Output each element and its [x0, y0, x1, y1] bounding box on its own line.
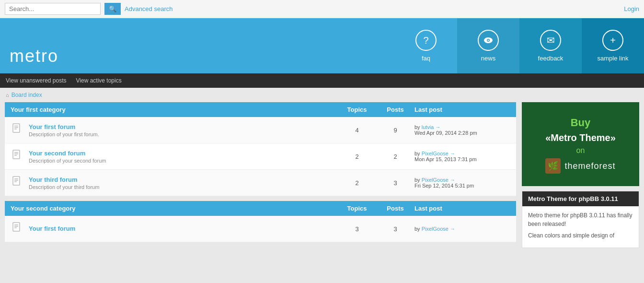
- forum-3-name-link[interactable]: Your third forum: [29, 176, 78, 183]
- advanced-search-link[interactable]: Advanced search: [125, 5, 172, 12]
- svg-rect-3: [13, 124, 20, 132]
- sidebar: Buy «Metro Theme» on 🌿 themeforest Metro…: [522, 102, 639, 248]
- svg-rect-9: [14, 153, 18, 154]
- svg-rect-17: [14, 226, 18, 227]
- forum-3-lastpost: by PixelGoose → Fri Sep 12, 2014 5:31 pm: [414, 177, 510, 189]
- svg-rect-16: [14, 224, 18, 225]
- forum-2-lastpost-date: Mon Apr 15, 2013 7:31 pm: [414, 156, 477, 162]
- category-2-posts-col: Posts: [376, 205, 414, 212]
- svg-rect-13: [14, 180, 18, 181]
- active-topics-link[interactable]: View active topics: [76, 77, 122, 84]
- sidebar-news-title: Metro Theme for phpBB 3.0.11: [522, 191, 639, 206]
- category-2-header: Your second category Topics Posts Last p…: [5, 201, 516, 216]
- cat2-forum-1-info: Your first forum: [29, 225, 338, 233]
- board-index-link[interactable]: Board index: [12, 92, 42, 98]
- svg-rect-5: [14, 127, 18, 128]
- svg-rect-4: [14, 126, 18, 127]
- top-bar: 🔍 Advanced search Login: [0, 0, 644, 18]
- category-1-posts-col: Posts: [376, 106, 414, 113]
- svg-rect-6: [14, 129, 17, 130]
- cat2-forum-1-posts: 3: [376, 225, 414, 233]
- cat2-forum-1-lastpost-user[interactable]: PixelGoose: [422, 226, 448, 232]
- hero-icons: ? faq news ✉ feedback + sample link: [395, 18, 644, 73]
- forum-row: Your second forum Description of your se…: [5, 143, 516, 170]
- category-1-lastpost-col: Last post: [414, 106, 510, 113]
- ad-theme-name: «Metro Theme»: [545, 130, 616, 145]
- forum-1-topics: 4: [338, 127, 376, 134]
- tf-text: themeforest: [564, 160, 615, 173]
- category-2-topics-col: Topics: [338, 205, 376, 212]
- cat2-forum-1-name-link[interactable]: Your first forum: [29, 225, 75, 232]
- hero-feedback-box[interactable]: ✉ feedback: [519, 18, 582, 73]
- sidebar-news-body-1: Metro theme for phpBB 3.0.11 has finally…: [528, 211, 633, 228]
- svg-rect-8: [14, 152, 18, 153]
- faq-label: faq: [422, 55, 430, 62]
- breadcrumb: ⌂ Board index: [0, 88, 644, 102]
- news-icon: [478, 30, 499, 51]
- unanswered-posts-link[interactable]: View unanswered posts: [6, 77, 67, 84]
- forum-2-posts: 2: [376, 153, 414, 160]
- content-area: Your first category Topics Posts Last po…: [5, 102, 516, 248]
- category-1-header: Your first category Topics Posts Last po…: [5, 102, 516, 117]
- category-1-title: Your first category: [11, 106, 66, 113]
- svg-point-2: [488, 40, 489, 41]
- forum-3-topics: 2: [338, 179, 376, 187]
- forum-2-lastpost-user[interactable]: PixelGoose: [422, 151, 448, 156]
- hero-faq-box[interactable]: ? faq: [395, 18, 457, 73]
- svg-rect-11: [13, 177, 20, 185]
- sidebar-news-body-2: Clean colors and simple design of: [528, 231, 633, 240]
- sidebar-news: Metro Theme for phpBB 3.0.11 Metro theme…: [522, 191, 639, 248]
- forum-icon: [11, 221, 24, 236]
- feedback-label: feedback: [538, 55, 564, 62]
- main-layout: Your first category Topics Posts Last po…: [0, 102, 644, 253]
- cat2-forum-1-lastpost: by PixelGoose →: [414, 226, 510, 232]
- forum-row: Your first forum 3 3 by PixelGoose →: [5, 216, 516, 242]
- forum-3-info: Your third forum Description of your thi…: [29, 176, 338, 190]
- forum-row: Your third forum Description of your thi…: [5, 170, 516, 196]
- hero-main: metro: [0, 18, 395, 73]
- sample-icon: +: [602, 30, 623, 51]
- search-input[interactable]: [5, 3, 101, 15]
- category-2-lastpost-col: Last post: [414, 205, 510, 212]
- search-area: 🔍 Advanced search: [5, 3, 172, 15]
- tf-logo: 🌿 themeforest: [545, 158, 615, 174]
- forum-3-posts: 3: [376, 179, 414, 187]
- forum-2-lastpost: by PixelGoose → Mon Apr 15, 2013 7:31 pm: [414, 151, 510, 162]
- svg-rect-14: [14, 181, 17, 182]
- faq-icon: ?: [415, 30, 437, 51]
- svg-rect-12: [14, 178, 18, 179]
- home-icon: ⌂: [6, 92, 9, 98]
- forum-1-name-link[interactable]: Your first forum: [29, 123, 75, 130]
- forum-row: Your first forum Description of your fir…: [5, 117, 516, 143]
- ad-on-text: on: [576, 145, 585, 156]
- hero-sample-box[interactable]: + sample link: [582, 18, 644, 73]
- hero-banner: metro ? faq news ✉ feedback + sample lin…: [0, 18, 644, 73]
- site-title: metro: [10, 46, 58, 66]
- forum-2-desc: Description of your second forum: [29, 158, 338, 164]
- login-link[interactable]: Login: [624, 5, 639, 12]
- tf-icon: 🌿: [545, 158, 561, 174]
- forum-1-posts: 9: [376, 127, 414, 134]
- forum-icon: [11, 175, 24, 190]
- forum-1-lastpost-user[interactable]: lutvia: [422, 124, 434, 130]
- svg-rect-7: [13, 150, 20, 159]
- forum-2-name-link[interactable]: Your second forum: [29, 150, 85, 157]
- svg-rect-18: [14, 227, 17, 228]
- hero-news-box[interactable]: news: [457, 18, 519, 73]
- news-label: news: [481, 55, 495, 62]
- category-2: Your second category Topics Posts Last p…: [5, 201, 516, 242]
- sample-label: sample link: [597, 55, 628, 62]
- sidebar-ad[interactable]: Buy «Metro Theme» on 🌿 themeforest: [522, 102, 639, 186]
- forum-1-lastpost-date: Wed Apr 09, 2014 2:28 pm: [414, 130, 477, 136]
- forum-3-lastpost-user[interactable]: PixelGoose: [422, 177, 448, 183]
- forum-3-desc: Description of your third forum: [29, 184, 338, 190]
- ad-buy-text: Buy: [571, 115, 591, 130]
- forum-1-info: Your first forum Description of your fir…: [29, 123, 338, 137]
- category-1: Your first category Topics Posts Last po…: [5, 102, 516, 196]
- forum-icon: [11, 122, 24, 138]
- forum-2-topics: 2: [338, 153, 376, 160]
- category-2-title: Your second category: [11, 205, 76, 212]
- search-button[interactable]: 🔍: [104, 3, 121, 15]
- svg-rect-15: [13, 223, 20, 231]
- forum-2-info: Your second forum Description of your se…: [29, 150, 338, 164]
